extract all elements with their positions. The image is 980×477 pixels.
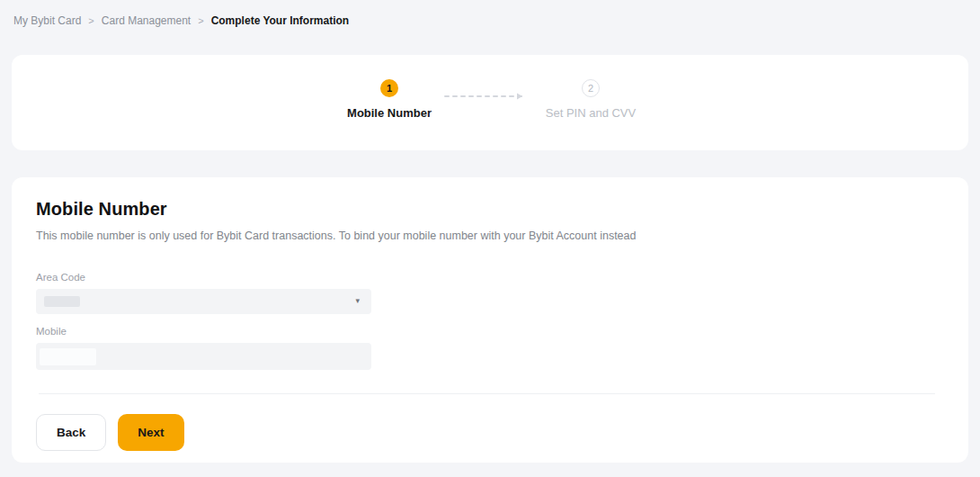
mobile-field-group: Mobile xyxy=(36,326,371,370)
area-code-field-group: Area Code ▾ xyxy=(36,272,371,314)
step-mobile-number: 1 Mobile Number xyxy=(335,79,443,120)
mobile-label: Mobile xyxy=(36,326,371,337)
area-code-label: Area Code xyxy=(36,272,371,283)
chevron-down-icon: ▾ xyxy=(355,296,360,305)
next-button[interactable]: Next xyxy=(118,414,183,451)
stepper-connector-arrow-icon xyxy=(443,87,537,105)
step-2-label: Set PIN and CVV xyxy=(546,106,636,120)
step-set-pin-cvv: 2 Set PIN and CVV xyxy=(537,79,645,120)
form-actions: Back Next xyxy=(36,414,944,451)
step-1-badge: 1 xyxy=(380,79,398,97)
breadcrumb-item-current-page: Complete Your Information xyxy=(211,14,350,27)
mobile-number-form-card: Mobile Number This mobile number is only… xyxy=(12,177,968,463)
breadcrumb-separator-icon: > xyxy=(198,15,203,26)
footer-divider xyxy=(39,393,935,394)
form-description: This mobile number is only used for Bybi… xyxy=(36,230,944,242)
area-code-select[interactable]: ▾ xyxy=(36,289,371,314)
step-2-badge: 2 xyxy=(582,79,600,97)
mobile-value-redacted xyxy=(40,348,96,365)
breadcrumb-separator-icon: > xyxy=(88,15,94,26)
back-button[interactable]: Back xyxy=(36,414,106,451)
area-code-value-redacted xyxy=(44,296,80,307)
progress-stepper: 1 Mobile Number 2 Set PIN and CVV xyxy=(12,55,968,120)
page-title: Mobile Number xyxy=(36,199,944,220)
step-1-label: Mobile Number xyxy=(347,106,432,120)
breadcrumb: My Bybit Card > Card Management > Comple… xyxy=(0,0,980,31)
stepper-card: 1 Mobile Number 2 Set PIN and CVV xyxy=(12,55,968,150)
breadcrumb-item-my-bybit-card[interactable]: My Bybit Card xyxy=(13,14,81,27)
mobile-input[interactable] xyxy=(36,343,371,370)
breadcrumb-item-card-management[interactable]: Card Management xyxy=(102,14,191,27)
